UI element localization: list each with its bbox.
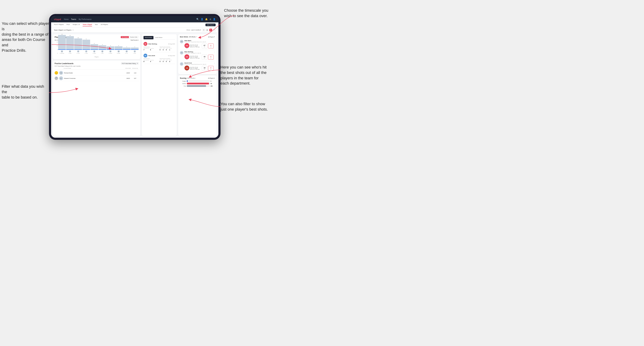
label-rbritt: R. Britt: [69, 53, 72, 54]
label-dford: D. Ford: [77, 53, 80, 54]
practice-leaderboards-card: Practice Leaderboards PUTT Must Make Put…: [53, 61, 140, 136]
lb-row-1: 🏆 RB Richard Butler 19/20 110: [54, 70, 138, 76]
col-player-name: PLAYER NAME: [54, 68, 124, 69]
arrow-best-shots: [158, 52, 228, 87]
pb-avg-richard: 110: [132, 72, 138, 74]
drill-dropdown[interactable]: PUTT Must Make Putting... ▾: [121, 62, 138, 64]
rank-badge-1: 🏆: [54, 71, 58, 75]
label-rbutler: R. Butler: [109, 53, 112, 54]
player-name-richard-butler: Richard Butler: [64, 72, 124, 74]
practice-activities-blair: Total Practice Activities GTT 0 APP 0: [160, 46, 175, 51]
avatar-rees-britt: RB: [144, 54, 147, 57]
player-name-edward-crossman: Edward Crossman: [64, 78, 124, 79]
total-rounds-rees: Total Rounds Tournament 8 Practice 4: [144, 58, 159, 62]
col-pb-score: PB SCORE: [124, 68, 132, 69]
label-jcoles: J. Coles: [85, 53, 88, 54]
leaderboard-title: Practice Leaderboards: [54, 63, 74, 64]
annotation-filter-player: You can also filter to showjust one play…: [220, 101, 268, 112]
label-ecrossman: E. Cro..: [125, 53, 128, 54]
arrow-player-select: [2, 17, 124, 52]
col-pb-avg: PB AVG SQ: [132, 68, 138, 69]
label-bmcharg: B. McHarg: [60, 53, 64, 54]
lb-column-headers: PLAYER NAME PB SCORE PB AVG SQ: [54, 68, 138, 70]
avatar-lrobertson: LR: [134, 50, 136, 52]
pb-score-edward: 18/20: [124, 78, 132, 79]
arrow-filter-player: [158, 84, 228, 115]
bar-lrobertson-bar: [131, 47, 138, 50]
avatar-edward-crossman: EC: [59, 76, 63, 80]
rank-badge-2: 🥈: [54, 77, 58, 80]
arrow-filter: [2, 80, 89, 98]
total-rounds-blair: Total Rounds Tournament 7 Practice 6: [144, 46, 159, 51]
avatar-ecrossman: EC: [126, 50, 128, 52]
label-eebert: E. Ebert: [93, 53, 96, 54]
label-lrobertson: L. Rob..: [133, 53, 136, 54]
label-obillingham: O. Bill..: [101, 53, 104, 54]
leaderboard-subtitle: PUTT Must Make Putting (3-6 ft), Last 3 …: [54, 65, 138, 67]
stats-row-blair: Total Rounds Tournament 7 Practice 6: [144, 46, 175, 51]
pb-score-richard: 19/20: [124, 72, 132, 74]
pb-avg-edward: 107: [132, 78, 138, 79]
leaderboard-header: Practice Leaderboards PUTT Must Make Put…: [54, 62, 138, 64]
avatar-richard-butler: RB: [59, 71, 63, 75]
bar-lrobertson: 2 LR L. Rob..: [131, 46, 138, 54]
label-mmiller: M. Miller: [117, 53, 120, 54]
